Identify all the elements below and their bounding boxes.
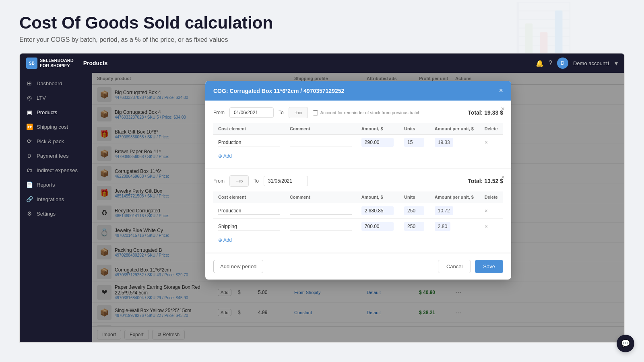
- cost-element-input-1[interactable]: [218, 139, 280, 146]
- cancel-button[interactable]: Cancel: [438, 260, 471, 273]
- period-1-date-row: From To +∞ Account for remainder of stoc…: [213, 107, 503, 118]
- period-2-cost-table: Cost element Comment Amount, $ Units Amo…: [213, 191, 503, 234]
- period-2-add-cost[interactable]: ⊕ Add: [213, 234, 503, 246]
- col-cost-element-2: Cost element: [213, 191, 285, 203]
- help-icon[interactable]: ?: [549, 60, 552, 67]
- section-title: Products: [83, 60, 108, 66]
- sidebar-item-indirect-expenses[interactable]: 🗂 Indirect expenses: [20, 163, 92, 177]
- avatar[interactable]: D: [557, 58, 568, 69]
- period-1-checkbox[interactable]: [313, 110, 318, 115]
- cost-delete-1[interactable]: ×: [485, 139, 488, 146]
- cost-comment-input-1[interactable]: [290, 139, 352, 146]
- top-bar: SB SELLERBOARD FOR SHOPIFY Products 🔔 ? …: [20, 53, 624, 73]
- modal-footer: Add new period Cancel Save: [205, 253, 511, 280]
- cost-amount-p2-2[interactable]: [361, 222, 394, 231]
- page-subtitle: Enter your COGS by batch, period, as a %…: [19, 36, 625, 43]
- col-cost-element: Cost element: [213, 123, 285, 135]
- modal-body: × From To +∞ Account for remainder of st…: [205, 101, 511, 253]
- sidebar-item-ltv[interactable]: ◎ LTV: [20, 90, 92, 105]
- period-1-from-input[interactable]: [229, 107, 274, 118]
- period-1-to-label: To: [279, 110, 284, 115]
- period-2-close-button[interactable]: ×: [501, 174, 505, 181]
- add-period-button[interactable]: Add new period: [213, 260, 263, 273]
- col-units: Units: [399, 123, 430, 135]
- period-1-block: × From To +∞ Account for remainder of st…: [205, 101, 511, 169]
- save-button[interactable]: Save: [475, 260, 503, 273]
- sidebar-item-label: Integrations: [37, 196, 64, 202]
- col-comment-2: Comment: [285, 191, 357, 203]
- period-1-add-cost[interactable]: ⊕ Add: [213, 150, 503, 162]
- modal-header: COG: Corrugated Box 11*6*2cm / 497035712…: [205, 81, 511, 101]
- period-1-checkbox-label: Account for remainder of stock from prev…: [313, 110, 421, 115]
- sidebar-item-label: Dashboard: [37, 80, 62, 86]
- period-2-date-row: From −∞ To Total: 13.52 $: [213, 175, 503, 187]
- dashboard-icon: ⊞: [26, 80, 33, 86]
- modal-title: COG: Corrugated Box 11*6*2cm / 497035712…: [213, 88, 344, 94]
- logo: SB SELLERBOARD FOR SHOPIFY: [26, 58, 74, 69]
- page-title: Cost Of Goods Sold calculation: [19, 13, 625, 33]
- period-1-cost-table: Cost element Comment Amount, $ Units Amo…: [213, 123, 503, 150]
- cost-comment-p2-1[interactable]: [290, 207, 352, 215]
- cost-apu-p2-2: 2.80: [435, 222, 450, 231]
- cost-units-p2-1[interactable]: [404, 206, 424, 215]
- logo-text: SELLERBOARD FOR SHOPIFY: [40, 58, 74, 68]
- shipping-icon: ⏩: [26, 123, 33, 130]
- period-2-block: × From −∞ To Total: 13.52 $: [205, 169, 511, 253]
- modal-overlay: COG: Corrugated Box 11*6*2cm / 497035712…: [92, 73, 624, 342]
- cost-delete-p2-1[interactable]: ×: [485, 208, 488, 214]
- period-2-from-label: From: [213, 178, 225, 184]
- cost-element-p2-1[interactable]: [218, 207, 280, 215]
- ltv-icon: ◎: [26, 95, 33, 101]
- col-apu-2: Amount per unit, $: [430, 191, 480, 203]
- cost-amount-input-1[interactable]: [361, 138, 394, 147]
- chevron-down-icon[interactable]: ▾: [615, 60, 618, 67]
- cost-units-input-1[interactable]: [404, 138, 424, 147]
- main-content: Shopify product Shipping profile Attribu…: [92, 73, 624, 342]
- demo-account-label[interactable]: Demo account1: [573, 60, 610, 66]
- period-1-total: Total: 19.33 $: [468, 109, 503, 116]
- cost-row-1: 19.33 ×: [213, 135, 503, 150]
- col-delete: Delete: [480, 123, 503, 135]
- body-layout: ⊞ Dashboard ◎ LTV ▣ Products ⏩ Shipping …: [20, 73, 624, 342]
- col-apu: Amount per unit, $: [430, 123, 480, 135]
- sidebar-item-products[interactable]: ▣ Products: [20, 105, 92, 119]
- sidebar: ⊞ Dashboard ◎ LTV ▣ Products ⏩ Shipping …: [20, 73, 92, 342]
- period-1-close-button[interactable]: ×: [501, 105, 505, 113]
- sidebar-item-label: Indirect expenses: [37, 167, 78, 173]
- products-icon: ▣: [26, 109, 33, 115]
- top-bar-icons: 🔔 ? D Demo account1 ▾: [536, 58, 618, 69]
- sidebar-item-settings[interactable]: ⚙ Settings: [20, 206, 92, 221]
- cost-row-p2-1: 10.72 ×: [213, 203, 503, 219]
- footer-actions: Cancel Save: [438, 260, 503, 273]
- logo-icon: SB: [26, 58, 37, 69]
- sidebar-item-shipping-cost[interactable]: ⏩ Shipping cost: [20, 119, 92, 134]
- period-2-from-infinity: −∞: [229, 175, 249, 187]
- payment-icon: ₿: [26, 152, 33, 159]
- cost-element-p2-2[interactable]: [218, 223, 280, 230]
- bell-icon[interactable]: 🔔: [536, 60, 544, 67]
- modal-close-button[interactable]: ×: [499, 86, 503, 95]
- sidebar-item-label: LTV: [37, 95, 46, 101]
- col-units-2: Units: [399, 191, 430, 203]
- period-2-total: Total: 13.52 $: [468, 178, 503, 184]
- sidebar-item-label: Payment fees: [37, 153, 69, 159]
- integrations-icon: 🔗: [26, 196, 33, 202]
- cost-apu-p2-1: 10.72: [435, 206, 453, 215]
- col-amount-dollar-2: Amount, $: [357, 191, 399, 203]
- cost-units-p2-2[interactable]: [404, 222, 424, 231]
- sidebar-item-label: Pick & pack: [37, 138, 64, 144]
- col-delete-2: Delete: [480, 191, 503, 203]
- sidebar-item-pick-pack[interactable]: ⟳ Pick & pack: [20, 134, 92, 148]
- sidebar-item-payment-fees[interactable]: ₿ Payment fees: [20, 148, 92, 163]
- settings-icon: ⚙: [26, 210, 33, 217]
- period-2-to-input[interactable]: [264, 176, 308, 186]
- period-1-from-label: From: [213, 110, 225, 115]
- cost-amount-p2-1[interactable]: [361, 206, 394, 215]
- cost-delete-p2-2[interactable]: ×: [485, 223, 488, 230]
- sidebar-item-integrations[interactable]: 🔗 Integrations: [20, 192, 92, 206]
- sidebar-item-dashboard[interactable]: ⊞ Dashboard: [20, 76, 92, 90]
- sidebar-item-label: Products: [37, 109, 57, 115]
- sidebar-item-reports[interactable]: 📄 Reports: [20, 177, 92, 192]
- cost-comment-p2-2[interactable]: [290, 223, 352, 230]
- sidebar-item-label: Settings: [37, 211, 56, 217]
